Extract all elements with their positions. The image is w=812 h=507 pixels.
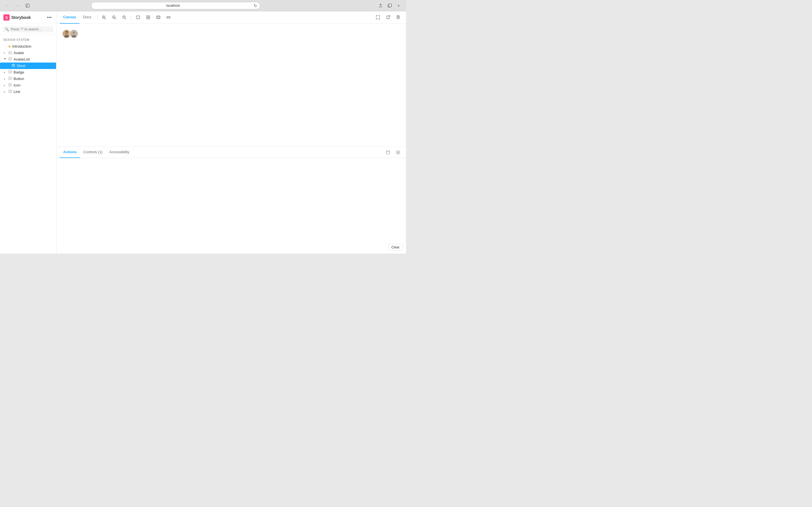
toolbar-separator-1 xyxy=(97,15,97,20)
link-label: Link xyxy=(13,90,20,94)
duplicate-button[interactable] xyxy=(386,2,394,10)
toolbar: Canvas Docs xyxy=(56,11,406,24)
main-content: Canvas Docs xyxy=(56,11,406,253)
sidebar-item-icon[interactable]: ► Icon xyxy=(0,82,56,89)
zoom-in-button[interactable] xyxy=(100,13,109,22)
tab-accessibility[interactable]: Accessibility xyxy=(106,147,133,158)
svg-rect-47 xyxy=(137,16,140,19)
view-outline-button[interactable] xyxy=(154,13,163,22)
svg-point-72 xyxy=(73,33,73,33)
panel-resize-button[interactable] xyxy=(384,148,393,157)
sidebar: S Storybook ••• 🔍 DESIGN SYSTEM ■ Introd… xyxy=(0,11,56,253)
sidebar-item-link[interactable]: ► Link xyxy=(0,89,56,95)
search-icon: 🔍 xyxy=(5,27,9,31)
button-label: Button xyxy=(13,76,24,81)
storybook-title: Storybook xyxy=(11,15,31,20)
tabs-area: Canvas Docs xyxy=(60,11,95,24)
view-grid-button[interactable] xyxy=(144,13,153,22)
svg-rect-27 xyxy=(10,78,11,79)
svg-point-68 xyxy=(67,33,67,33)
svg-rect-14 xyxy=(10,59,11,60)
svg-rect-51 xyxy=(149,18,150,19)
toolbar-right xyxy=(373,13,403,22)
svg-rect-52 xyxy=(157,16,160,19)
svg-rect-5 xyxy=(9,51,11,54)
avatar-2 xyxy=(69,29,79,38)
new-tab-button[interactable]: + xyxy=(395,2,403,10)
browser-chrome: ← → ↻ + xyxy=(0,0,406,11)
svg-line-39 xyxy=(105,18,106,19)
sidebar-item-introduction[interactable]: ■ Introduction xyxy=(0,43,56,50)
fullscreen-button[interactable] xyxy=(373,13,382,22)
short-icon xyxy=(12,64,15,68)
clear-button[interactable]: Clear xyxy=(388,244,403,251)
svg-rect-74 xyxy=(386,151,390,154)
tab-controls[interactable]: Controls (1) xyxy=(80,147,106,158)
view-measure-button[interactable] xyxy=(164,13,173,22)
svg-rect-29 xyxy=(9,84,10,84)
zoom-out-button[interactable] xyxy=(110,13,119,22)
tab-actions[interactable]: Actions xyxy=(60,147,80,158)
tab-canvas[interactable]: Canvas xyxy=(60,11,80,24)
svg-rect-28 xyxy=(9,83,11,86)
url-input[interactable] xyxy=(94,4,252,8)
svg-rect-9 xyxy=(10,53,11,54)
svg-rect-50 xyxy=(147,18,148,19)
panel-close-button[interactable] xyxy=(394,148,403,157)
expand-arrow-link: ► xyxy=(3,91,7,93)
icon-icon xyxy=(8,83,12,87)
bottom-tab-right-icons xyxy=(384,148,403,157)
short-label: Short xyxy=(17,64,26,68)
copy-link-button[interactable] xyxy=(394,13,403,22)
svg-rect-35 xyxy=(10,91,11,91)
sidebar-item-short[interactable]: Short xyxy=(0,62,56,69)
svg-rect-24 xyxy=(9,77,10,78)
open-external-button[interactable] xyxy=(384,13,393,22)
zoom-reset-button[interactable] xyxy=(120,13,129,22)
svg-rect-22 xyxy=(10,72,11,73)
svg-rect-8 xyxy=(9,53,10,54)
search-input-wrapper: 🔍 xyxy=(3,26,53,33)
sidebar-item-badge[interactable]: ► Badge xyxy=(0,69,56,75)
view-single-button[interactable] xyxy=(134,13,143,22)
svg-line-43 xyxy=(115,18,116,19)
svg-rect-18 xyxy=(9,70,11,73)
svg-rect-23 xyxy=(9,77,11,80)
avatar-icon xyxy=(8,51,12,55)
sidebar-item-avatar[interactable]: ► Avatar xyxy=(0,50,56,56)
svg-rect-6 xyxy=(9,52,10,52)
svg-rect-32 xyxy=(10,85,11,86)
sidebar-toggle-button[interactable] xyxy=(24,2,32,10)
sidebar-item-avatarlist[interactable]: ► AvatarList xyxy=(0,56,56,62)
button-icon xyxy=(8,76,12,81)
sidebar-menu-button[interactable]: ••• xyxy=(46,14,53,21)
svg-point-70 xyxy=(73,32,75,34)
forward-button[interactable]: → xyxy=(13,2,21,10)
expand-arrow-avatarlist: ► xyxy=(4,58,6,61)
svg-rect-20 xyxy=(10,71,11,71)
svg-rect-10 xyxy=(9,57,11,60)
search-input[interactable] xyxy=(11,27,53,31)
reload-button[interactable]: ↻ xyxy=(254,3,257,8)
toolbar-separator-2 xyxy=(131,15,132,20)
expand-arrow-avatar: ► xyxy=(3,52,7,54)
svg-rect-12 xyxy=(10,58,11,59)
back-button[interactable]: ← xyxy=(3,2,11,10)
svg-rect-33 xyxy=(9,90,11,93)
avatarlist-icon xyxy=(8,57,12,61)
bottom-panel-content: Clear xyxy=(56,158,406,253)
svg-rect-37 xyxy=(10,92,11,92)
introduction-icon: ■ xyxy=(8,45,10,48)
svg-rect-13 xyxy=(9,59,10,60)
svg-rect-26 xyxy=(9,78,10,79)
share-button[interactable] xyxy=(377,2,385,10)
svg-rect-60 xyxy=(398,16,399,17)
svg-point-73 xyxy=(74,33,75,33)
canvas-area xyxy=(56,24,406,147)
tab-docs[interactable]: Docs xyxy=(80,11,95,24)
sidebar-item-button[interactable]: ► Button xyxy=(0,75,56,82)
address-bar: ↻ xyxy=(91,2,260,9)
bottom-panel: Actions Controls (1) Accessibility xyxy=(56,147,406,253)
expand-arrow-badge: ► xyxy=(3,71,7,74)
svg-rect-25 xyxy=(10,77,11,78)
